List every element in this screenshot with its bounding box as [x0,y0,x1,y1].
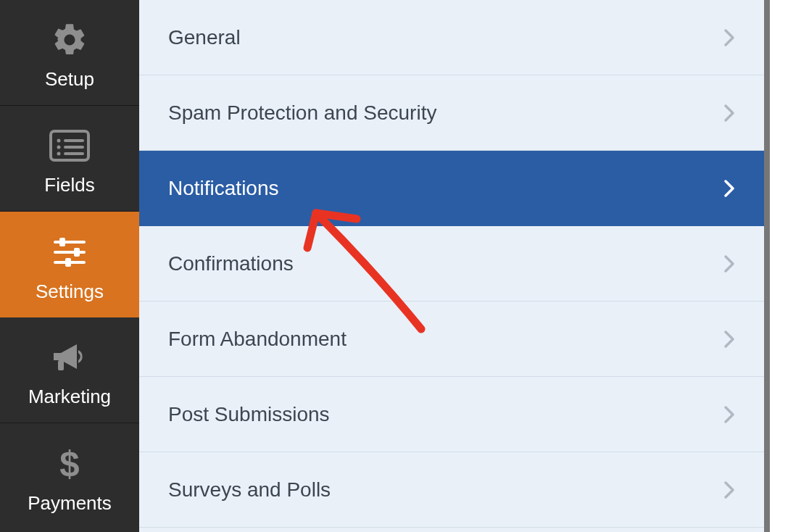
gear-icon [51,14,88,65]
sidebar-item-label: Settings [36,280,104,303]
sidebar-item-label: Setup [45,68,94,91]
settings-row-confirmations[interactable]: Confirmations [139,226,764,302]
chevron-right-icon [706,254,735,274]
sidebar-item-label: Marketing [28,386,111,408]
settings-row-post-submissions[interactable]: Post Submissions [139,377,764,452]
sliders-icon [49,227,90,278]
settings-row-spam[interactable]: Spam Protection and Security [139,75,764,151]
settings-panel: General Spam Protection and Security Not… [139,0,764,532]
chevron-right-icon [706,329,735,349]
svg-rect-9 [54,251,86,254]
settings-row-label: General [168,26,241,49]
svg-rect-10 [74,248,80,257]
sidebar: Setup Fields Settings [0,0,139,532]
svg-rect-13 [58,360,64,370]
svg-rect-8 [59,238,65,246]
svg-rect-12 [65,258,71,267]
sidebar-item-marketing[interactable]: Marketing [0,317,139,423]
svg-point-5 [57,152,61,156]
svg-rect-6 [64,152,84,155]
bullhorn-icon [51,332,88,383]
svg-point-3 [57,146,61,149]
chevron-right-icon [706,178,735,199]
window-border [764,0,770,532]
settings-row-general[interactable]: General [139,0,764,75]
sidebar-item-label: Fields [44,174,94,196]
settings-row-form-abandonment[interactable]: Form Abandonment [139,302,764,377]
settings-row-label: Spam Protection and Security [168,101,436,125]
list-icon [49,120,90,171]
chevron-right-icon [706,480,735,500]
svg-rect-4 [64,146,84,149]
dollar-icon: $ [57,439,83,489]
chevron-right-icon [706,103,735,123]
settings-row-label: Notifications [168,177,279,200]
sidebar-item-settings[interactable]: Settings [0,212,139,317]
svg-point-1 [57,139,61,143]
settings-row-surveys[interactable]: Surveys and Polls [139,452,764,528]
settings-row-label: Confirmations [168,252,294,275]
svg-rect-2 [64,139,84,142]
chevron-right-icon [706,404,735,425]
settings-row-label: Surveys and Polls [168,478,331,502]
sidebar-item-payments[interactable]: $ Payments [0,423,139,529]
sidebar-item-setup[interactable]: Setup [0,0,139,106]
chevron-right-icon [706,28,735,48]
svg-rect-7 [54,241,86,244]
settings-row-label: Form Abandonment [168,328,347,351]
sidebar-item-fields[interactable]: Fields [0,106,139,212]
svg-text:$: $ [59,445,79,483]
settings-row-notifications[interactable]: Notifications [139,151,764,226]
sidebar-item-label: Payments [28,492,112,515]
settings-row-label: Post Submissions [168,403,330,426]
